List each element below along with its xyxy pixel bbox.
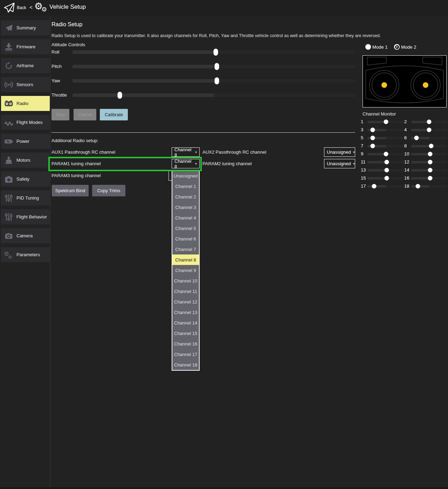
roll-slider[interactable] <box>73 50 355 54</box>
channel-8-number: 8 <box>404 143 411 148</box>
throttle-slider-thumb[interactable] <box>117 92 122 99</box>
param1-tuning-channel-label: PARAM1 tuning channel <box>51 161 101 166</box>
sidebar-item-pid-tuning[interactable]: PID Tuning <box>1 190 50 205</box>
sidebar-item-summary[interactable]: Summary <box>1 20 50 35</box>
menu-item-channel-13[interactable]: Channel 13 <box>172 307 199 317</box>
channel-15-bar <box>367 177 405 180</box>
param2-tuning-channel-label: PARAM2 tuning channel <box>202 161 252 166</box>
channel-18-number: 18 <box>404 183 411 189</box>
menu-item-channel-3[interactable]: Channel 3 <box>172 202 199 212</box>
yaw-slider[interactable] <box>73 79 355 83</box>
pitch-slider-thumb[interactable] <box>214 63 219 70</box>
sidebar-item-firmware[interactable]: Firmware <box>1 39 50 54</box>
channel-3-indicator <box>370 128 375 132</box>
caret-down-icon: ▾ <box>195 162 197 166</box>
channel-6-indicator <box>414 136 419 140</box>
channel-dropdown-menu: UnassignedChannel 1Channel 2Channel 3Cha… <box>172 170 200 371</box>
menu-item-channel-7[interactable]: Channel 7 <box>172 244 199 254</box>
channel-14-indicator <box>428 168 433 173</box>
pitch-slider[interactable] <box>73 65 355 68</box>
dropdown-value: Unassigned <box>327 161 351 166</box>
sidebar-item-airframe[interactable]: Airframe <box>1 58 50 73</box>
menu-item-channel-6[interactable]: Channel 6 <box>172 233 199 244</box>
channel-2-number: 2 <box>404 119 411 124</box>
motors-icon <box>1 155 16 165</box>
transmitter-sticks-image <box>363 55 447 107</box>
sidebar-item-label: Sensors <box>16 82 33 87</box>
dropdown-value: Channel 8 <box>174 147 193 158</box>
channel-12-indicator <box>428 160 433 165</box>
caret-down-icon: ▾ <box>353 151 355 154</box>
channel-5-indicator <box>370 136 375 140</box>
aux1-passthrough-rc-channel-dropdown[interactable]: Channel 8▾ <box>172 147 200 157</box>
menu-item-unassigned[interactable]: Unassigned <box>172 170 199 181</box>
aux2-passthrough-rc-channel-dropdown[interactable]: Unassigned▾ <box>324 147 355 157</box>
sidebar-item-flight-behavior[interactable]: Flight Behavior <box>1 209 50 224</box>
channel-9-number: 9 <box>361 151 367 156</box>
sidebar-item-label: Power <box>16 139 29 144</box>
sidebar-item-label: Firmware <box>16 44 35 49</box>
radio-indicator <box>395 45 399 49</box>
sidebar-item-power[interactable]: Power <box>1 134 50 149</box>
sidebar-item-camera[interactable]: Camera <box>1 228 50 243</box>
channel-16-number: 16 <box>404 175 411 181</box>
power-battery-icon <box>1 137 16 146</box>
channel-8-bar <box>411 145 447 147</box>
menu-item-channel-5[interactable]: Channel 5 <box>172 223 199 233</box>
sensors-signal-icon <box>1 80 16 90</box>
camera-icon <box>1 231 16 240</box>
channel-17-indicator <box>372 184 377 189</box>
channel-15-number: 15 <box>361 175 367 181</box>
section-divider <box>51 132 355 133</box>
channel-7-indicator <box>370 144 375 148</box>
channel-17-bar <box>367 185 405 188</box>
throttle-slider[interactable] <box>73 93 355 97</box>
cancel-button[interactable]: Cancel <box>74 109 96 120</box>
sidebar-item-label: Radio <box>16 101 28 106</box>
sidebar-item-sensors[interactable]: Sensors <box>1 77 50 92</box>
copy-trims-button[interactable]: Copy Trims <box>92 185 125 196</box>
param1-tuning-channel-dropdown[interactable]: Channel 8▾ <box>172 159 200 168</box>
safety-case-icon <box>1 174 16 184</box>
sidebar-item-motors[interactable]: Motors <box>1 153 50 168</box>
sidebar-divider <box>50 16 50 488</box>
menu-item-channel-1[interactable]: Channel 1 <box>172 181 199 191</box>
channel-9-bar <box>367 153 405 155</box>
sidebar-item-label: Airframe <box>16 63 34 68</box>
sidebar-item-flight-modes[interactable]: Flight Modes <box>1 115 50 130</box>
menu-item-channel-4[interactable]: Channel 4 <box>172 212 199 223</box>
sidebar-item-parameters[interactable]: ⚙⚙Parameters <box>1 247 50 262</box>
channel-16-bar <box>411 177 447 180</box>
skip-button[interactable]: Skip <box>51 109 69 120</box>
channel-14-number: 14 <box>404 167 411 173</box>
parameters-gears-icon: ⚙⚙ <box>1 250 16 260</box>
menu-item-channel-10[interactable]: Channel 10 <box>172 275 199 286</box>
yaw-slider-thumb[interactable] <box>215 77 219 84</box>
mode-1-radio[interactable] <box>365 44 371 50</box>
sidebar-item-label: Safety <box>16 176 29 182</box>
calibrate-button[interactable]: Calibrate <box>100 109 128 120</box>
menu-item-channel-15[interactable]: Channel 15 <box>172 328 199 338</box>
back-button[interactable]: Back <box>17 5 26 10</box>
sidebar-item-safety[interactable]: Safety <box>1 172 50 187</box>
channel-11-number: 11 <box>361 159 367 165</box>
channel-17-number: 17 <box>361 183 367 189</box>
channel-5-bar <box>367 137 405 139</box>
menu-item-channel-9[interactable]: Channel 9 <box>172 265 199 275</box>
menu-item-channel-2[interactable]: Channel 2 <box>172 191 199 202</box>
sidebar-item-label: Flight Behavior <box>16 214 47 219</box>
channel-13-indicator <box>385 168 389 173</box>
channel-8-indicator <box>429 144 434 148</box>
menu-item-channel-18[interactable]: Channel 18 <box>172 359 199 370</box>
menu-item-channel-12[interactable]: Channel 12 <box>172 296 199 307</box>
sidebar-item-radio[interactable]: Radio <box>1 96 50 111</box>
menu-item-channel-11[interactable]: Channel 11 <box>172 286 199 296</box>
menu-item-channel-8[interactable]: Channel 8 <box>172 254 199 265</box>
param2-tuning-channel-dropdown[interactable]: Unassigned▾ <box>324 159 355 168</box>
mode-2-radio[interactable] <box>394 44 400 50</box>
spektrum-bind-button[interactable]: Spektrum Bind <box>52 185 89 196</box>
menu-item-channel-16[interactable]: Channel 16 <box>172 338 199 349</box>
menu-item-channel-14[interactable]: Channel 14 <box>172 317 199 328</box>
menu-item-channel-17[interactable]: Channel 17 <box>172 349 199 359</box>
roll-slider-thumb[interactable] <box>214 49 218 56</box>
